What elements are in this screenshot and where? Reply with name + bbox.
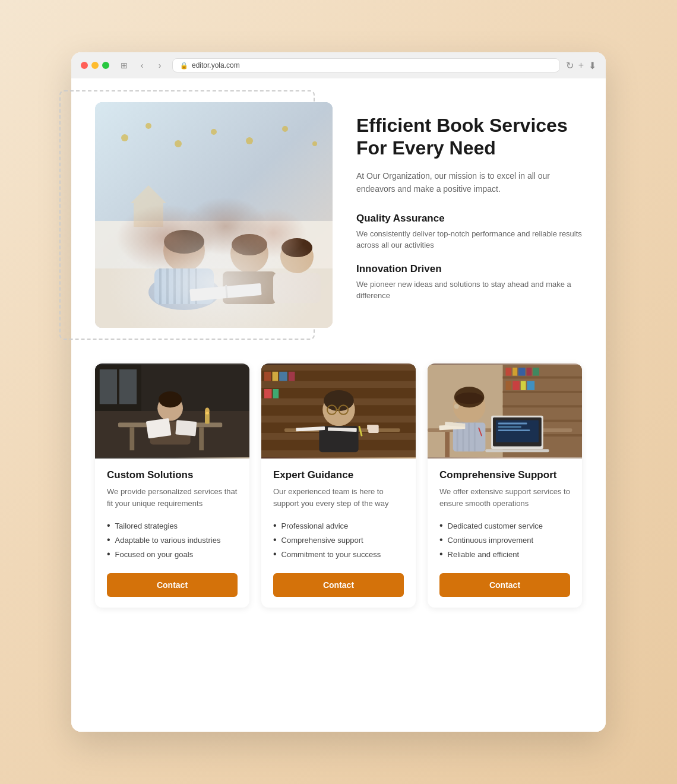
card-2-body: Expert Guidance Our experienced team is … xyxy=(261,459,416,608)
svg-rect-55 xyxy=(289,372,295,381)
svg-point-36 xyxy=(159,391,182,407)
card-3-desc: We offer extensive support services to e… xyxy=(439,486,570,509)
feature-innovation-desc: We pioneer new ideas and solutions to st… xyxy=(356,279,582,302)
svg-rect-27 xyxy=(273,273,321,303)
svg-rect-95 xyxy=(485,449,549,452)
svg-rect-93 xyxy=(498,426,521,428)
close-button[interactable] xyxy=(81,62,88,69)
svg-marker-10 xyxy=(131,185,166,203)
card-custom-solutions: Custom Solutions We provide personalized… xyxy=(95,363,249,608)
address-bar[interactable]: 🔒 editor.yola.com xyxy=(172,58,560,72)
svg-point-98 xyxy=(455,393,483,404)
svg-rect-19 xyxy=(181,268,183,304)
svg-rect-11 xyxy=(134,203,163,227)
forward-button[interactable]: › xyxy=(153,59,166,72)
share-icon[interactable]: ↻ xyxy=(566,60,574,71)
svg-rect-57 xyxy=(273,389,279,399)
svg-point-25 xyxy=(280,240,314,273)
svg-point-12 xyxy=(148,274,220,310)
svg-point-7 xyxy=(246,137,253,144)
card-1-title: Custom Solutions xyxy=(107,469,238,481)
svg-rect-78 xyxy=(505,368,511,376)
svg-rect-21 xyxy=(195,268,197,304)
svg-point-41 xyxy=(205,407,210,415)
svg-rect-43 xyxy=(100,369,117,404)
downloads-icon[interactable]: ⬇ xyxy=(589,60,596,71)
svg-rect-17 xyxy=(166,268,169,304)
svg-rect-65 xyxy=(368,425,379,433)
svg-point-23 xyxy=(232,234,267,255)
lock-icon: 🔒 xyxy=(180,62,188,69)
list-item: Professional advice xyxy=(273,519,404,533)
svg-point-14 xyxy=(164,230,204,254)
browser-body: Efficient Book Services For Every Need A… xyxy=(71,78,606,732)
svg-point-9 xyxy=(312,141,317,146)
minimize-button[interactable] xyxy=(91,62,99,69)
browser-window: ⊞ ‹ › 🔒 editor.yola.com ↻ + ⬇ xyxy=(71,52,606,732)
list-item: Focused on your goals xyxy=(107,547,238,561)
svg-rect-103 xyxy=(468,422,470,451)
list-item: Continuous improvement xyxy=(439,533,570,547)
svg-point-8 xyxy=(282,126,288,132)
add-tab-icon[interactable]: + xyxy=(578,60,584,71)
svg-rect-79 xyxy=(513,368,517,376)
card-2-contact-button[interactable]: Contact xyxy=(273,573,404,597)
feature-innovation: Innovation Driven We pioneer new ideas a… xyxy=(356,263,582,302)
feature-quality: Quality Assurance We consistently delive… xyxy=(356,213,582,251)
card-2-image xyxy=(261,363,416,459)
svg-rect-54 xyxy=(279,372,287,381)
hero-content: Efficient Book Services For Every Need A… xyxy=(356,102,582,314)
svg-rect-53 xyxy=(273,372,279,381)
svg-rect-83 xyxy=(505,381,511,390)
svg-rect-2 xyxy=(95,268,333,328)
card-1-contact-button[interactable]: Contact xyxy=(107,573,238,597)
card-3-list: Dedicated customer service Continuous im… xyxy=(439,519,570,561)
svg-point-13 xyxy=(163,230,205,271)
sidebar-toggle[interactable]: ⊞ xyxy=(118,59,131,72)
maximize-button[interactable] xyxy=(102,62,109,69)
svg-rect-29 xyxy=(225,285,228,298)
svg-point-3 xyxy=(121,134,128,141)
feature-innovation-title: Innovation Driven xyxy=(356,263,582,275)
traffic-lights xyxy=(81,62,109,69)
svg-rect-38 xyxy=(146,418,172,438)
list-item: Adaptable to various industries xyxy=(107,533,238,547)
card-1-body: Custom Solutions We provide personalized… xyxy=(95,459,249,608)
svg-rect-18 xyxy=(173,268,176,304)
back-button[interactable]: ‹ xyxy=(135,59,148,72)
list-item: Comprehensive support xyxy=(273,533,404,547)
svg-rect-44 xyxy=(119,369,137,404)
svg-rect-80 xyxy=(518,368,526,376)
card-3-body: Comprehensive Support We offer extensive… xyxy=(428,459,582,608)
svg-rect-81 xyxy=(527,368,532,376)
svg-rect-104 xyxy=(474,422,476,451)
svg-rect-16 xyxy=(159,268,162,304)
feature-quality-desc: We consistently deliver top-notch perfor… xyxy=(356,228,582,251)
svg-rect-88 xyxy=(445,432,450,457)
feature-quality-title: Quality Assurance xyxy=(356,213,582,225)
card-3-image xyxy=(428,363,582,459)
svg-rect-85 xyxy=(521,381,526,390)
cards-section: Custom Solutions We provide personalized… xyxy=(95,363,582,608)
hero-image-container xyxy=(95,102,333,328)
svg-rect-92 xyxy=(498,422,527,424)
browser-actions: ↻ + ⬇ xyxy=(566,60,596,71)
browser-chrome: ⊞ ‹ › 🔒 editor.yola.com ↻ + ⬇ xyxy=(71,52,606,78)
card-1-list: Tailored strategies Adaptable to various… xyxy=(107,519,238,561)
list-item: Commitment to your success xyxy=(273,547,404,561)
card-expert-guidance: Expert Guidance Our experienced team is … xyxy=(261,363,416,608)
list-item: Reliable and efficient xyxy=(439,547,570,561)
list-item: Tailored strategies xyxy=(107,519,238,533)
svg-rect-24 xyxy=(223,271,276,304)
svg-rect-28 xyxy=(189,283,261,301)
card-3-contact-button[interactable]: Contact xyxy=(439,573,570,597)
card-2-desc: Our experienced team is here to support … xyxy=(273,486,404,509)
svg-rect-56 xyxy=(264,389,272,399)
hero-image xyxy=(95,102,333,328)
svg-rect-94 xyxy=(498,429,530,431)
svg-point-26 xyxy=(281,238,312,257)
svg-rect-39 xyxy=(175,420,197,436)
svg-rect-84 xyxy=(513,381,520,390)
card-1-desc: We provide personalized services that fi… xyxy=(107,486,238,509)
card-1-image xyxy=(95,363,249,459)
